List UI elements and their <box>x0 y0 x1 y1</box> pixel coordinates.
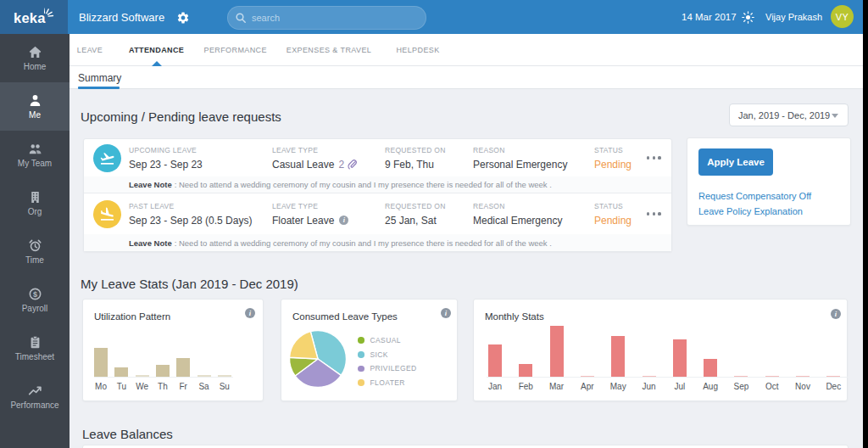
bar-feb <box>519 364 532 377</box>
tab-expenses-travel[interactable]: EXPENSES & TRAVEL <box>287 34 372 66</box>
legend-item-casual: CASUAL <box>358 336 401 344</box>
bar-we <box>136 375 149 377</box>
sidebar-item-timesheet[interactable]: Timesheet <box>0 324 70 372</box>
legend-dot-icon <box>358 337 364 344</box>
leave-stats-heading: My Leave Stats (Jan 2019 - Dec 2019) <box>81 277 298 291</box>
tab-leave[interactable]: LEAVE <box>77 34 103 66</box>
sidebar-item-my-team[interactable]: My Team <box>0 131 70 179</box>
axis-label-sep: Sep <box>733 382 748 391</box>
legend-item-sick: SICK <box>358 350 388 359</box>
attachment-count: 2 <box>338 159 344 171</box>
leave-policy-link[interactable]: Leave Policy Explanation <box>698 204 811 220</box>
home-icon <box>28 45 42 59</box>
legend-item-privileged: PRIVILEGED <box>358 364 417 372</box>
status-value: Pending <box>594 215 632 227</box>
bar-mar <box>550 326 564 377</box>
request-field-reason: REASON Personal Emergency <box>473 146 567 171</box>
bar-th <box>156 365 170 377</box>
bar-sep <box>734 376 748 378</box>
bar-mo <box>94 348 108 377</box>
subtab-active-underline <box>78 87 120 89</box>
quick-links: Request Compensatory Off Leave Policy Ex… <box>698 189 811 219</box>
sidebar-item-org[interactable]: Org <box>0 179 70 227</box>
gear-icon[interactable] <box>176 11 190 25</box>
axis-label-nov: Nov <box>795 382 810 391</box>
status-label: STATUS <box>594 202 632 210</box>
legend-dot-icon <box>358 366 364 372</box>
plane-landing-icon <box>93 200 121 228</box>
period-value: Sep 23 - Sep 23 <box>129 159 203 171</box>
date-range-select[interactable]: Jan, 2019 - Dec, 2019 <box>729 104 849 126</box>
bar-oct <box>765 376 779 378</box>
request-field-requested-on: REQUESTED ON 9 Feb, Thu <box>385 146 446 171</box>
app-window: keka Blizzard Software search 14 Mar 201… <box>0 0 863 448</box>
reason-value: Personal Emergency <box>473 159 567 171</box>
date-range-value: Jan, 2019 - Dec, 2019 <box>738 110 830 120</box>
apply-leave-button[interactable]: Apply Leave <box>698 148 773 176</box>
subtab-bar: Summary <box>70 66 863 89</box>
sidebar-item-label: My Team <box>18 159 52 168</box>
sidebar-item-payroll[interactable]: $Payroll <box>0 276 70 324</box>
leave-type-wrap: Floater Leavei <box>272 215 348 227</box>
requested-on-value: 25 Jan, Sat <box>385 215 446 227</box>
request-field-period: PAST LEAVE Sep 23 - Sep 28 (0.5 Days) <box>129 202 252 227</box>
dollar-icon: $ <box>28 287 42 301</box>
bar-tu <box>114 367 128 377</box>
axis-label-mo: Mo <box>95 382 107 391</box>
company-name[interactable]: Blizzard Software <box>79 0 164 34</box>
search-placeholder: search <box>252 13 280 23</box>
paperclip-icon[interactable] <box>348 160 357 170</box>
info-icon[interactable]: i <box>339 216 348 225</box>
axis-label-jul: Jul <box>674 382 685 391</box>
user-name[interactable]: Vijay Prakash <box>765 0 822 34</box>
bar-aug <box>704 359 717 377</box>
keka-logo-text: keka <box>14 10 46 26</box>
request-comp-off-link[interactable]: Request Compensatory Off <box>698 189 811 204</box>
sidebar-item-performance[interactable]: Performance <box>0 372 70 421</box>
bar-sa <box>198 375 211 377</box>
brightness-icon[interactable] <box>742 11 754 24</box>
search-icon <box>236 13 246 23</box>
leave-request-row: UPCOMING LEAVE Sep 23 - Sep 23 LEAVE TYP… <box>84 139 671 176</box>
request-field-period: UPCOMING LEAVE Sep 23 - Sep 23 <box>129 146 203 171</box>
sidebar-nav: HomeMeMy TeamOrgTime$PayrollTimesheetPer… <box>0 34 70 448</box>
bar-su <box>218 375 231 377</box>
bar-fr <box>176 358 190 377</box>
axis-label-jun: Jun <box>642 382 655 391</box>
person-icon <box>28 93 42 108</box>
sidebar-item-home[interactable]: Home <box>0 34 70 82</box>
axis-label-sa: Sa <box>198 382 209 391</box>
bar-dec <box>826 376 840 378</box>
axis-label-oct: Oct <box>765 382 779 391</box>
leave-note-text: : Need to attend a wedding ceremony of m… <box>175 238 552 248</box>
sidebar-item-me[interactable]: Me <box>0 82 70 131</box>
top-header: keka Blizzard Software search 14 Mar 201… <box>0 0 863 34</box>
svg-text:$: $ <box>32 290 36 299</box>
leave-type-value: Floater Leave <box>272 215 334 227</box>
row-actions-menu[interactable] <box>647 156 661 159</box>
sidebar-item-label: Org <box>28 207 42 216</box>
legend-dot-icon <box>358 351 364 358</box>
tab-summary[interactable]: Summary <box>78 66 121 89</box>
axis-label-su: Su <box>220 382 230 391</box>
leave-note-label: Leave Note <box>129 238 172 248</box>
keka-logo[interactable]: keka <box>0 0 68 34</box>
leave-requests-card: UPCOMING LEAVE Sep 23 - Sep 23 LEAVE TYP… <box>83 138 672 252</box>
sidebar-item-label: Time <box>25 255 44 265</box>
tab-performance[interactable]: PERFORMANCE <box>203 34 266 66</box>
chevron-down-icon <box>832 114 838 118</box>
tab-helpdesk[interactable]: HELPDESK <box>396 34 439 66</box>
request-field-reason: REASON Medical Emergency <box>473 202 562 227</box>
axis-label-th: Th <box>158 382 168 391</box>
row-actions-menu[interactable] <box>647 212 661 215</box>
user-avatar[interactable]: VY <box>831 5 854 28</box>
sidebar-item-time[interactable]: Time <box>0 227 70 276</box>
consumed-leave-types-card: Consumed Leave Types i CASUALSICKPRIVILE… <box>281 299 458 401</box>
leave-type-value: Casual Leave <box>272 159 334 171</box>
pie-chart-svg <box>284 325 352 393</box>
bar-jun <box>643 376 656 378</box>
search-input[interactable]: search <box>227 6 426 30</box>
bar-apr <box>581 376 594 378</box>
trend-icon <box>28 384 42 398</box>
monthly-stats-card: Monthly Stats i JanFebMarAprMayJunJulAug… <box>473 299 848 401</box>
